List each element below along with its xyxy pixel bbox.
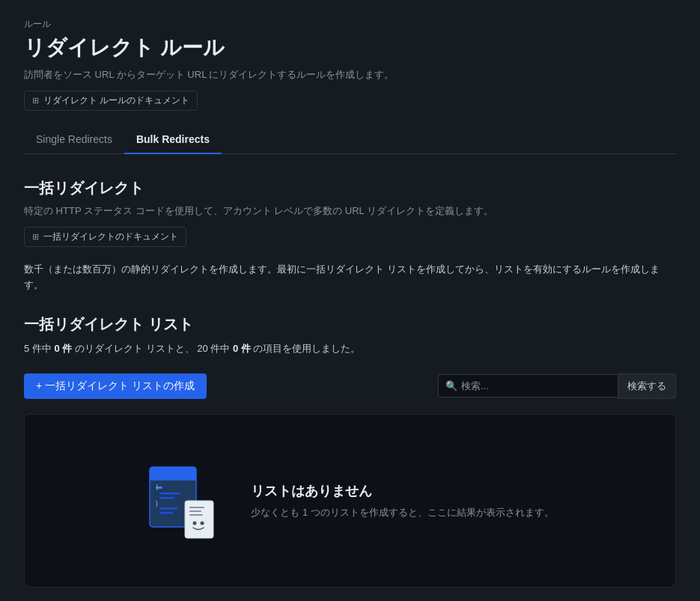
- create-list-button[interactable]: + 一括リダイレクト リストの作成: [24, 373, 207, 399]
- svg-rect-6: [159, 497, 174, 499]
- list-section-title: 一括リダイレクト リスト: [24, 314, 676, 335]
- bulk-section: 一括リダイレクト 特定の HTTP ステータス コードを使用して、アカウント レ…: [24, 178, 676, 293]
- svg-point-14: [193, 521, 197, 525]
- svg-point-15: [201, 521, 204, 525]
- page-container: ルール リダイレクト ルール 訪問者をソース URL からターゲット URL に…: [0, 0, 700, 601]
- empty-state-description: 少なくとも 1 つのリストを作成すると、ここに結果が表示されます。: [251, 506, 553, 519]
- bulk-section-title: 一括リダイレクト: [24, 178, 676, 198]
- bulk-doc-link[interactable]: ⊞ 一括リダイレクトのドキュメント: [24, 227, 186, 247]
- bulk-info-text: 数千（または数百万）の静的リダイレクトを作成します。最初に一括リダイレクト リス…: [24, 262, 676, 293]
- empty-state-text: リストはありません 少なくとも 1 つのリストを作成すると、ここに結果が表示され…: [251, 482, 553, 519]
- svg-rect-10: [185, 501, 213, 538]
- search-button[interactable]: 検索する: [618, 373, 676, 399]
- svg-rect-8: [159, 507, 177, 510]
- page-description: 訪問者をソース URL からターゲット URL にリダイレクトするルールを作成し…: [24, 68, 676, 82]
- toolbar: + 一括リダイレクト リストの作成 🔍 検索する: [24, 373, 676, 399]
- breadcrumb: ルール: [24, 18, 676, 31]
- doc-icon: ⊞: [32, 96, 39, 106]
- bulk-section-description: 特定の HTTP ステータス コードを使用して、アカウント レベルで多数の UR…: [24, 204, 676, 218]
- search-area: 🔍 検索する: [438, 373, 676, 399]
- bulk-doc-icon: ⊞: [32, 232, 39, 242]
- redirect-rules-doc-link[interactable]: ⊞ リダイレクト ルールのドキュメント: [24, 91, 198, 111]
- empty-state-inner: { } リス: [146, 460, 553, 542]
- tab-bulk-redirects[interactable]: Bulk Redirects: [124, 126, 222, 154]
- svg-rect-2: [150, 476, 196, 481]
- svg-text:{: {: [155, 484, 159, 491]
- empty-state-title: リストはありません: [251, 482, 553, 500]
- usage-text: 5 件中 0 件 のリダイレクト リストと、 20 件中 0 件 の項目を使用し…: [24, 342, 676, 356]
- search-wrapper: 🔍: [438, 374, 618, 397]
- list-section: 一括リダイレクト リスト 5 件中 0 件 のリダイレクト リストと、 20 件…: [24, 314, 676, 588]
- empty-state-box: { } リス: [24, 414, 676, 588]
- page-title: リダイレクト ルール: [24, 34, 676, 62]
- search-input[interactable]: [438, 374, 618, 397]
- tab-single-redirects[interactable]: Single Redirects: [24, 126, 124, 154]
- search-icon: 🔍: [445, 380, 457, 391]
- svg-rect-13: [189, 514, 203, 516]
- svg-text:}: }: [155, 501, 159, 507]
- svg-rect-11: [189, 507, 204, 508]
- empty-state-illustration: { }: [146, 460, 221, 542]
- tabs-container: Single Redirects Bulk Redirects: [24, 126, 676, 154]
- svg-rect-5: [159, 492, 180, 495]
- svg-rect-12: [189, 510, 201, 512]
- svg-rect-9: [159, 512, 173, 514]
